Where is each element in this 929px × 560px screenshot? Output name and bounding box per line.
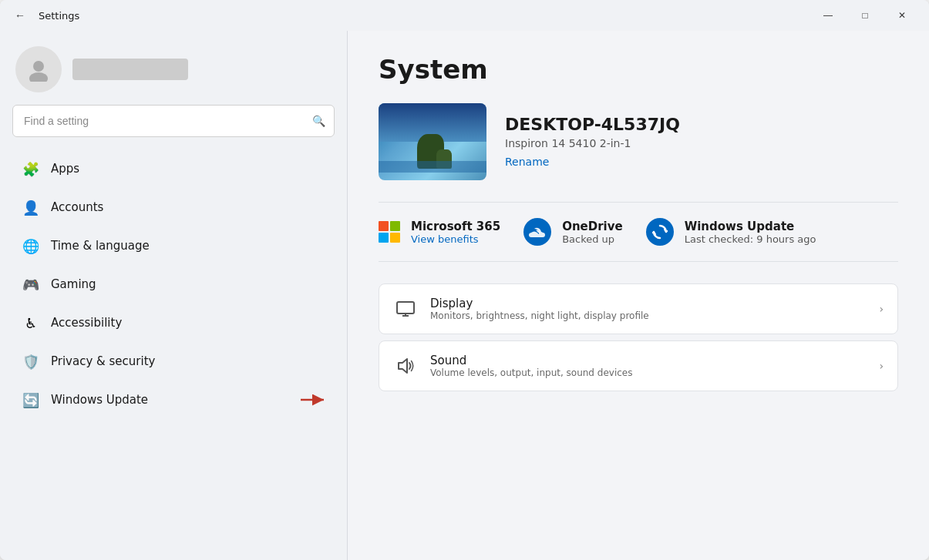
search-input[interactable] xyxy=(12,105,335,137)
maximize-button[interactable]: □ xyxy=(847,3,883,28)
content-area: System DESKTOP-4L537JQ Inspiron 14 5410 … xyxy=(348,31,929,560)
svg-point-1 xyxy=(29,72,48,82)
microsoft365-title: Microsoft 365 xyxy=(411,220,500,233)
device-info: DESKTOP-4L537JQ Inspiron 14 5410 2-in-1 … xyxy=(505,115,680,169)
main-content: 🔍 🧩 Apps 👤 Accounts 🌐 Time & language 🎮 xyxy=(0,31,929,560)
sidebar-item-time-language[interactable]: 🌐 Time & language xyxy=(6,226,341,265)
minimize-button[interactable]: — xyxy=(810,3,846,28)
sound-title: Sound xyxy=(430,354,867,367)
microsoft365-icon xyxy=(379,221,400,243)
sidebar-item-accessibility[interactable]: ♿ Accessibility xyxy=(6,303,341,342)
search-box: 🔍 xyxy=(12,105,335,137)
setting-row-sound-inner: Sound Volume levels, output, input, soun… xyxy=(379,341,897,391)
accounts-icon: 👤 xyxy=(22,198,40,216)
sidebar-item-windows-update[interactable]: 🔄 Windows Update xyxy=(6,381,341,419)
display-chevron: › xyxy=(879,303,884,315)
privacy-security-icon: 🛡️ xyxy=(22,352,40,371)
back-button[interactable]: ← xyxy=(9,5,31,26)
apps-label: Apps xyxy=(51,162,79,176)
apps-icon: 🧩 xyxy=(22,159,40,178)
username-block xyxy=(72,59,188,80)
device-card: DESKTOP-4L537JQ Inspiron 14 5410 2-in-1 … xyxy=(379,103,898,180)
close-button[interactable]: ✕ xyxy=(884,3,920,28)
avatar[interactable] xyxy=(15,46,62,92)
onedrive-title: OneDrive xyxy=(562,220,623,233)
sidebar-item-accounts[interactable]: 👤 Accounts xyxy=(6,188,341,226)
device-name: DESKTOP-4L537JQ xyxy=(505,115,680,134)
titlebar-controls: — □ ✕ xyxy=(810,3,920,28)
windows-update-info-text: Windows Update Last checked: 9 hours ago xyxy=(685,220,816,245)
sound-subtitle: Volume levels, output, input, sound devi… xyxy=(430,367,867,378)
windows-update-info-title: Windows Update xyxy=(685,220,816,233)
accessibility-icon: ♿ xyxy=(22,314,40,332)
rename-link[interactable]: Rename xyxy=(505,156,549,168)
display-icon xyxy=(393,297,418,321)
svg-marker-6 xyxy=(399,359,407,373)
sound-chevron: › xyxy=(879,360,884,372)
windows-update-arrow xyxy=(301,394,328,406)
setting-row-display[interactable]: Display Monitors, brightness, night ligh… xyxy=(379,283,898,334)
info-card-microsoft365: Microsoft 365 View benefits xyxy=(379,218,500,246)
sidebar-item-gaming[interactable]: 🎮 Gaming xyxy=(6,265,341,303)
titlebar-left: ← Settings xyxy=(9,5,79,26)
windows-update-info-icon xyxy=(646,218,674,246)
onedrive-text: OneDrive Backed up xyxy=(562,220,623,245)
settings-window: ← Settings — □ ✕ xyxy=(0,0,929,560)
time-language-icon: 🌐 xyxy=(22,236,40,255)
windows-update-info-subtitle: Last checked: 9 hours ago xyxy=(685,233,816,245)
info-card-onedrive: OneDrive Backed up xyxy=(523,218,623,246)
page-title: System xyxy=(379,54,898,85)
gaming-icon: 🎮 xyxy=(22,275,40,293)
user-section xyxy=(0,31,347,105)
onedrive-subtitle: Backed up xyxy=(562,233,623,245)
gaming-label: Gaming xyxy=(51,277,96,291)
sound-icon xyxy=(393,354,418,378)
setting-row-sound[interactable]: Sound Volume levels, output, input, soun… xyxy=(379,340,898,391)
display-subtitle: Monitors, brightness, night light, displ… xyxy=(430,310,867,321)
info-card-windows-update: Windows Update Last checked: 9 hours ago xyxy=(646,218,816,246)
titlebar: ← Settings — □ ✕ xyxy=(0,0,929,31)
microsoft365-text: Microsoft 365 View benefits xyxy=(411,220,500,245)
time-language-label: Time & language xyxy=(51,239,150,253)
windows-update-label: Windows Update xyxy=(51,393,148,407)
accessibility-label: Accessibility xyxy=(51,316,122,330)
sidebar-item-apps[interactable]: 🧩 Apps xyxy=(6,149,341,188)
accounts-label: Accounts xyxy=(51,200,103,214)
sidebar: 🔍 🧩 Apps 👤 Accounts 🌐 Time & language 🎮 xyxy=(0,31,347,560)
display-text: Display Monitors, brightness, night ligh… xyxy=(430,297,867,321)
sidebar-item-privacy-security[interactable]: 🛡️ Privacy & security xyxy=(6,342,341,381)
nav-list: 🧩 Apps 👤 Accounts 🌐 Time & language 🎮 Ga… xyxy=(0,149,347,419)
svg-rect-3 xyxy=(397,302,414,314)
device-image xyxy=(379,103,486,180)
windows-update-icon: 🔄 xyxy=(22,391,40,409)
titlebar-title: Settings xyxy=(39,10,79,22)
info-cards-row: Microsoft 365 View benefits OneDrive xyxy=(379,202,898,262)
display-title: Display xyxy=(430,297,867,310)
microsoft365-subtitle[interactable]: View benefits xyxy=(411,233,500,245)
svg-point-0 xyxy=(33,61,44,72)
setting-row-display-inner: Display Monitors, brightness, night ligh… xyxy=(379,284,897,334)
search-icon: 🔍 xyxy=(312,115,325,127)
onedrive-icon xyxy=(523,218,551,246)
privacy-security-label: Privacy & security xyxy=(51,354,155,368)
sound-text: Sound Volume levels, output, input, soun… xyxy=(430,354,867,378)
device-model: Inspiron 14 5410 2-in-1 xyxy=(505,137,680,149)
